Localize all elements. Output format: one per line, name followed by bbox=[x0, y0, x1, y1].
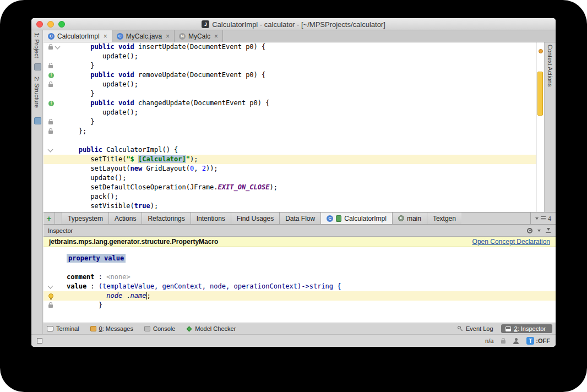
event-log-button[interactable]: Event Log bbox=[458, 325, 493, 332]
fold-icon[interactable] bbox=[48, 146, 53, 152]
code-line[interactable]: } bbox=[44, 61, 536, 70]
bottom-tab[interactable]: Textgen bbox=[427, 213, 461, 224]
tab-label: MyCalc.java bbox=[126, 32, 162, 40]
code-line[interactable]: }; bbox=[44, 127, 536, 136]
code-text: pack(); bbox=[67, 192, 118, 202]
code-line[interactable]: public CalculatorImpl() { bbox=[44, 145, 536, 155]
code-line[interactable]: node .name; bbox=[44, 291, 556, 301]
memory-indicator[interactable]: n/a bbox=[485, 337, 493, 344]
zoom-window-button[interactable] bbox=[58, 21, 65, 28]
minimize-window-button[interactable] bbox=[47, 21, 54, 28]
tool-window-button[interactable]: Model Checker bbox=[186, 325, 236, 332]
structure-tool-icon[interactable] bbox=[34, 117, 41, 124]
inspector-chip-label: 2: Inspector bbox=[514, 325, 546, 332]
bottom-tab-label: Textgen bbox=[433, 215, 456, 222]
code-line[interactable]: } bbox=[44, 117, 536, 127]
code-line[interactable]: comment : <none> bbox=[44, 273, 556, 282]
editor-tab[interactable]: CCalculatorImpl× bbox=[44, 30, 112, 42]
code-line[interactable]: ↑ public void changedUpdate(DocumentEven… bbox=[44, 99, 536, 108]
close-window-button[interactable] bbox=[36, 21, 43, 28]
gutter bbox=[44, 164, 67, 173]
editor-scrollbar[interactable] bbox=[536, 42, 544, 212]
inspector-window-icon bbox=[506, 326, 511, 331]
bottom-tab[interactable]: main bbox=[392, 213, 427, 224]
tool-window-button[interactable]: 0: Messages bbox=[90, 325, 133, 332]
bottom-tab[interactable]: Typesystem bbox=[62, 213, 108, 224]
typing-assist-toggle[interactable]: T :OFF bbox=[526, 337, 550, 345]
code-line[interactable]: update(); bbox=[44, 52, 536, 61]
titlebar[interactable]: J CalculatorImpl - calculator - [~/MPSPr… bbox=[31, 18, 556, 30]
tool-window-button[interactable]: Terminal bbox=[47, 325, 79, 332]
bulb-icon[interactable] bbox=[48, 293, 53, 298]
gutter bbox=[44, 273, 67, 282]
hidden-tab-count: 4 bbox=[548, 215, 551, 222]
code-text: public void insertUpdate(DocumentEvent p… bbox=[67, 42, 265, 52]
code-line[interactable] bbox=[44, 263, 556, 273]
code-line[interactable]: public void insertUpdate(DocumentEvent p… bbox=[44, 42, 536, 52]
fold-icon[interactable] bbox=[48, 283, 53, 288]
bottom-tab-active[interactable]: CCalculatorImpl bbox=[320, 213, 392, 224]
code-text: } bbox=[67, 61, 95, 70]
lock-icon[interactable] bbox=[501, 340, 506, 344]
messages-icon bbox=[90, 326, 96, 331]
code-line[interactable] bbox=[44, 136, 536, 145]
fold-icon[interactable] bbox=[55, 43, 61, 49]
hide-panel-icon[interactable] bbox=[546, 227, 551, 233]
gutter bbox=[44, 192, 67, 202]
code-line[interactable]: pack(); bbox=[44, 192, 536, 202]
code-line[interactable]: ↑ public void removeUpdate(DocumentEvent… bbox=[44, 70, 536, 80]
code-line[interactable]: property value bbox=[44, 254, 556, 263]
editor-tab[interactable]: NMyCalc× bbox=[175, 30, 223, 42]
add-tab-button[interactable]: + bbox=[44, 213, 55, 224]
close-tab-icon[interactable]: × bbox=[166, 33, 170, 40]
run-config-icon bbox=[398, 215, 404, 221]
close-tab-icon[interactable]: × bbox=[104, 33, 107, 40]
gear-icon[interactable] bbox=[527, 228, 532, 233]
inspector-editor[interactable]: property valuecomment : <none>value : (t… bbox=[44, 247, 556, 323]
code-line[interactable]: } bbox=[44, 301, 556, 310]
bottom-tab[interactable]: Find Usages bbox=[231, 213, 279, 224]
bottom-tab[interactable]: Intentions bbox=[191, 213, 231, 224]
tool-button-project[interactable]: 1: Project bbox=[34, 32, 40, 58]
bottom-tab-label: main bbox=[407, 215, 421, 222]
bottom-tab[interactable]: Refactorings bbox=[142, 213, 190, 224]
bottom-tab[interactable]: Actions bbox=[108, 213, 142, 224]
code-editor[interactable]: public void insertUpdate(DocumentEvent p… bbox=[44, 42, 536, 212]
project-tool-icon[interactable] bbox=[34, 63, 41, 70]
chevron-down-icon[interactable] bbox=[537, 230, 541, 232]
close-tab-icon[interactable]: × bbox=[214, 33, 218, 40]
tool-button-structure[interactable]: 2: Structure bbox=[34, 77, 40, 108]
lock-icon bbox=[48, 65, 53, 68]
tool-windows-toggle-icon[interactable] bbox=[37, 338, 42, 344]
mps-app-icon: J bbox=[202, 20, 209, 28]
hector-inspections-icon[interactable] bbox=[513, 338, 519, 344]
bottom-tab[interactable]: Data Flow bbox=[279, 213, 320, 224]
tool-window-button[interactable]: Console bbox=[144, 325, 175, 332]
code-text: setTitle("$ [Calculator]"); bbox=[67, 155, 198, 164]
code-text: }; bbox=[67, 127, 86, 136]
open-concept-declaration-link[interactable]: Open Concept Declaration bbox=[472, 238, 550, 246]
code-line[interactable]: setLayout(new GridLayout(0, 2)); bbox=[44, 164, 536, 173]
tool-button-context-actions[interactable]: Context Actions bbox=[547, 45, 553, 86]
editor-tab-bar: CCalculatorImpl×CMyCalc.java×NMyCalc× bbox=[44, 30, 556, 42]
code-line[interactable]: update(); bbox=[44, 108, 536, 117]
code-line[interactable]: setTitle("$ [Calculator]"); bbox=[44, 155, 536, 164]
gutter: ↑ bbox=[44, 99, 67, 108]
code-line[interactable]: value : (templateValue, genContext, node… bbox=[44, 282, 556, 291]
code-line[interactable]: } bbox=[44, 89, 536, 99]
editor-tab[interactable]: CMyCalc.java× bbox=[112, 30, 175, 42]
code-line[interactable]: update(); bbox=[44, 80, 536, 89]
code-line[interactable]: setVisible(true); bbox=[44, 202, 536, 211]
tab-overflow-control[interactable]: 4 bbox=[530, 213, 556, 224]
inspection-status-icon[interactable] bbox=[539, 49, 543, 53]
code-line[interactable]: setDefaultCloseOperation(JFrame.EXIT_ON_… bbox=[44, 183, 536, 192]
bottom-tab-label: Data Flow bbox=[285, 215, 315, 222]
scrollbar-thumb[interactable] bbox=[537, 72, 543, 116]
gutter: ↑ bbox=[44, 70, 67, 80]
t-icon: T bbox=[526, 337, 534, 345]
tab-label: CalculatorImpl bbox=[57, 32, 100, 40]
code-line[interactable]: update(); bbox=[44, 173, 536, 183]
override-icon: ↑ bbox=[48, 101, 54, 106]
gutter bbox=[44, 301, 67, 310]
inspector-tool-button[interactable]: 2: Inspector bbox=[501, 324, 552, 333]
